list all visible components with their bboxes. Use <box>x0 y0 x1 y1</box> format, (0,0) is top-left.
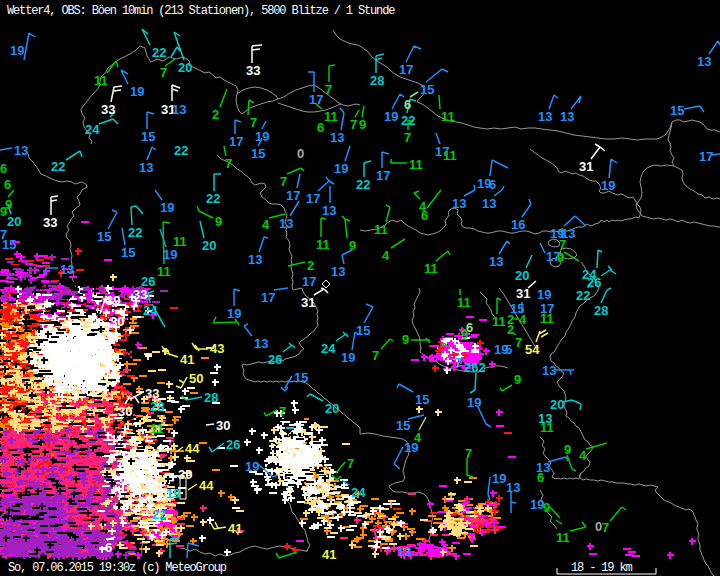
svg-text:22: 22 <box>152 507 166 522</box>
svg-text:39: 39 <box>106 293 120 308</box>
svg-text:4: 4 <box>579 448 587 463</box>
svg-text:4: 4 <box>382 248 390 263</box>
svg-text:6: 6 <box>0 161 7 176</box>
svg-text:9: 9 <box>564 442 571 457</box>
svg-text:17: 17 <box>376 168 390 183</box>
svg-text:19: 19 <box>227 306 241 321</box>
svg-text:11: 11 <box>409 157 423 172</box>
svg-text:13: 13 <box>538 109 552 124</box>
svg-text:22: 22 <box>174 143 188 158</box>
svg-text:17: 17 <box>261 290 275 305</box>
svg-text:22: 22 <box>576 288 590 303</box>
svg-text:33: 33 <box>101 102 115 117</box>
svg-text:19: 19 <box>492 471 506 486</box>
svg-text:6: 6 <box>404 97 411 112</box>
svg-text:13: 13 <box>397 544 411 559</box>
svg-text:9: 9 <box>402 332 409 347</box>
svg-text:6: 6 <box>317 120 324 135</box>
svg-text:41: 41 <box>322 547 336 562</box>
svg-text:17: 17 <box>302 274 316 289</box>
svg-text:2: 2 <box>507 322 514 337</box>
svg-text:44: 44 <box>199 478 214 493</box>
svg-text:24: 24 <box>85 122 100 137</box>
svg-text:19: 19 <box>130 84 144 99</box>
svg-text:19: 19 <box>384 109 398 124</box>
svg-text:39: 39 <box>178 467 192 482</box>
svg-text:15: 15 <box>396 418 410 433</box>
svg-text:13: 13 <box>697 54 711 69</box>
svg-text:13: 13 <box>254 336 268 351</box>
svg-text:24: 24 <box>351 485 366 500</box>
svg-text:20: 20 <box>550 397 564 412</box>
svg-text:20: 20 <box>7 214 21 229</box>
svg-text:13: 13 <box>330 130 344 145</box>
svg-text:7: 7 <box>225 156 232 171</box>
svg-text:15: 15 <box>294 370 308 385</box>
svg-text:13: 13 <box>331 264 345 279</box>
svg-text:17: 17 <box>286 188 300 203</box>
svg-text:22: 22 <box>128 225 142 240</box>
svg-text:2: 2 <box>212 107 219 122</box>
svg-text:20: 20 <box>515 268 529 283</box>
svg-text:41: 41 <box>180 352 194 367</box>
svg-text:Wetter4, OBS: Böen 10min (213: Wetter4, OBS: Böen 10min (213 Stationen)… <box>7 4 395 18</box>
svg-text:24: 24 <box>143 303 158 318</box>
svg-text:15: 15 <box>141 129 155 144</box>
svg-text:11: 11 <box>556 530 570 545</box>
svg-text:20: 20 <box>325 401 339 416</box>
svg-text:7: 7 <box>372 348 379 363</box>
svg-text:19: 19 <box>601 178 615 193</box>
svg-text:28: 28 <box>150 399 164 414</box>
svg-text:9: 9 <box>359 117 366 132</box>
svg-text:31: 31 <box>301 295 315 310</box>
svg-text:5: 5 <box>505 342 512 357</box>
svg-text:11: 11 <box>316 237 330 252</box>
svg-text:20: 20 <box>178 60 192 75</box>
svg-text:6: 6 <box>105 540 112 555</box>
svg-text:19: 19 <box>537 287 551 302</box>
svg-text:30: 30 <box>118 404 132 419</box>
svg-text:13: 13 <box>322 203 336 218</box>
svg-text:13: 13 <box>139 160 153 175</box>
svg-text:9: 9 <box>215 214 222 229</box>
svg-text:22: 22 <box>401 113 415 128</box>
svg-text:13: 13 <box>248 252 262 267</box>
svg-text:9: 9 <box>543 500 550 515</box>
svg-text:17: 17 <box>399 62 413 77</box>
svg-text:17: 17 <box>699 149 713 164</box>
svg-text:So, 07.06.2015 19:30z (c) Mete: So, 07.06.2015 19:30z (c) MeteoGroup <box>8 561 227 575</box>
svg-text:0: 0 <box>297 146 304 161</box>
svg-text:15: 15 <box>121 245 135 260</box>
svg-text:9: 9 <box>461 327 468 342</box>
svg-text:18 - 19 km: 18 - 19 km <box>571 561 632 575</box>
svg-text:13: 13 <box>560 109 574 124</box>
svg-text:11: 11 <box>457 295 471 310</box>
svg-text:7: 7 <box>515 335 522 350</box>
svg-text:17: 17 <box>309 92 323 107</box>
svg-text:54: 54 <box>525 342 540 357</box>
svg-text:28: 28 <box>594 303 608 318</box>
svg-text:11: 11 <box>424 261 438 276</box>
svg-text:19: 19 <box>10 43 24 58</box>
svg-text:11: 11 <box>443 148 457 163</box>
svg-text:15: 15 <box>97 229 111 244</box>
svg-text:19: 19 <box>245 459 259 474</box>
svg-text:15: 15 <box>2 237 16 252</box>
svg-text:9: 9 <box>557 250 564 265</box>
svg-text:7: 7 <box>325 82 332 97</box>
svg-text:30: 30 <box>110 314 124 329</box>
svg-text:44: 44 <box>185 441 200 456</box>
svg-text:11: 11 <box>157 264 171 279</box>
svg-text:6: 6 <box>537 470 544 485</box>
svg-text:11: 11 <box>374 222 388 237</box>
svg-text:19: 19 <box>163 247 177 262</box>
svg-text:11: 11 <box>492 314 506 329</box>
svg-text:19: 19 <box>334 161 348 176</box>
svg-text:13: 13 <box>489 254 503 269</box>
svg-text:7: 7 <box>279 404 286 419</box>
svg-text:7: 7 <box>350 117 357 132</box>
svg-text:19: 19 <box>467 395 481 410</box>
svg-text:6: 6 <box>421 208 428 223</box>
svg-text:262: 262 <box>464 360 486 375</box>
svg-text:33: 33 <box>246 63 260 78</box>
